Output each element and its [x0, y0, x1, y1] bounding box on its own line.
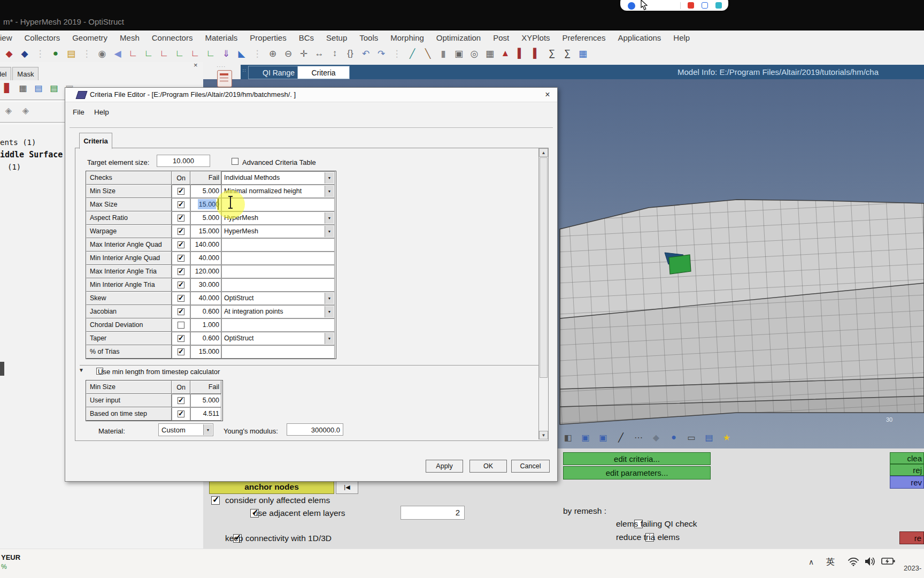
dashed-line-icon[interactable]: ⋯ [632, 431, 645, 444]
solver-export-icon[interactable]: ◆ [18, 47, 32, 60]
check-name-cell[interactable]: Min Interior Angle Quad [86, 252, 172, 265]
pause-icon[interactable] [702, 2, 708, 9]
back-view-icon[interactable]: ◀ [111, 47, 125, 60]
menu-item[interactable]: Tools [359, 33, 378, 42]
checkbox[interactable] [178, 295, 184, 302]
solid-geometry-icon[interactable]: ▲ [498, 47, 512, 60]
ime-language-indicator[interactable]: 英 [826, 557, 835, 568]
book-icon[interactable]: ▌ [514, 47, 528, 60]
anchor-nodes-button[interactable]: anchor nodes [209, 480, 334, 494]
dropdown-arrow-icon[interactable]: ▼ [325, 186, 334, 197]
monitor-icon[interactable]: ▤ [703, 431, 715, 444]
dialog-scrollbar[interactable]: ▲ ▼ [538, 148, 548, 439]
edit-criteria-button[interactable]: edit criteria... [563, 452, 711, 465]
menu-item[interactable]: Optimization [436, 33, 481, 42]
normal-view-icon[interactable]: ⇓ [219, 47, 233, 60]
check-method-dropdown[interactable] [221, 252, 335, 265]
check-on-cell[interactable] [172, 305, 190, 318]
check-name-cell[interactable]: Max Interior Angle Quad [86, 238, 172, 252]
check-fail-input[interactable]: 140.000 [190, 238, 221, 252]
menu-item[interactable]: Morphing [390, 33, 424, 42]
dialog-close-button[interactable]: × [543, 90, 552, 100]
check-on-cell[interactable] [172, 238, 190, 252]
pan-icon[interactable]: ↔ [312, 47, 326, 60]
tree-item-components[interactable]: ents (1) [0, 138, 36, 147]
pencil-icon[interactable]: ╲ [421, 47, 435, 60]
youngs-modulus-input[interactable]: 300000.0 [287, 423, 343, 436]
check-method-dropdown[interactable]: OptiStruct ▼ [221, 292, 335, 305]
check-fail-input[interactable]: 5.000 [190, 211, 221, 225]
checkbox[interactable] [178, 241, 184, 248]
assembly-box-icon[interactable]: ▦ [483, 47, 497, 60]
zoom-in-icon[interactable]: ⊕ [266, 47, 280, 60]
check-method-dropdown[interactable]: At integration points ▼ [221, 305, 335, 318]
grip-dots-icon[interactable]: ∷ [243, 68, 247, 73]
checkbox[interactable] [178, 397, 184, 404]
tab-criteria[interactable]: Criteria [297, 66, 350, 79]
check-method-dropdown[interactable] [221, 345, 335, 359]
separator[interactable]: ⋮ [250, 47, 264, 60]
separator[interactable]: ⋮ [33, 47, 47, 60]
menu-item[interactable]: Setup [326, 33, 347, 42]
check-method-dropdown[interactable] [221, 238, 335, 252]
dialog-menu-help[interactable]: Help [94, 108, 109, 116]
edit-parameters-button[interactable]: edit parameters... [563, 466, 711, 480]
axis-view-xz-icon[interactable]: ∟ [173, 47, 187, 60]
cancel-button[interactable]: Cancel [511, 460, 550, 473]
checkbox[interactable] [178, 410, 184, 417]
fit-view-icon[interactable]: ✛ [297, 47, 311, 60]
apply-button[interactable]: Apply [426, 460, 463, 473]
sum-icon[interactable]: ∑ [545, 47, 559, 60]
rotate-view-icon[interactable]: ↕ [328, 47, 342, 60]
solver-import-icon[interactable]: ◆ [2, 47, 16, 60]
axis-view-yz-icon[interactable]: ∟ [204, 47, 218, 60]
check-method-dropdown[interactable]: HyperMesh ▼ [221, 225, 335, 238]
review-button[interactable]: rev [890, 476, 924, 489]
entity-gem-icon[interactable]: ◈ [2, 104, 15, 117]
check-fail-input[interactable]: 5.000 [190, 185, 221, 198]
axis-view-zy-icon[interactable]: ∟ [188, 47, 202, 60]
menu-item[interactable]: Post [493, 33, 509, 42]
clock-date[interactable]: 2023- [904, 564, 921, 572]
tree-item-middle-surface[interactable]: iddle Surface [0, 150, 63, 159]
check-name-cell[interactable]: Warpage [86, 225, 172, 238]
row-label-cell[interactable]: Based on time step [86, 407, 172, 421]
header-method-dropdown[interactable]: Individual Methods ▼ [221, 171, 335, 185]
check-name-cell[interactable]: Chordal Deviation [86, 318, 172, 332]
check-fail-input[interactable]: 1.000 [190, 318, 221, 332]
undo-view-icon[interactable]: ↶ [359, 47, 373, 60]
notes-float-icon[interactable] [217, 70, 232, 87]
consider-affected-checkbox[interactable] [211, 496, 220, 505]
check-name-cell[interactable]: Aspect Ratio [86, 211, 172, 225]
reject-button[interactable]: rej [890, 464, 924, 476]
checkbox[interactable] [178, 282, 184, 288]
check-on-cell[interactable] [172, 345, 190, 359]
dropdown-arrow-icon[interactable]: ▼ [325, 212, 334, 224]
check-fail-input[interactable]: 0.600 [190, 332, 221, 345]
check-name-cell[interactable]: Jacobian [86, 305, 172, 318]
dialog-menu-file[interactable]: File [73, 108, 84, 116]
scroll-up-icon[interactable]: ▲ [539, 148, 548, 157]
sphere-box-icon[interactable]: ◎ [467, 47, 481, 60]
check-on-cell[interactable] [172, 185, 190, 198]
reverse-button[interactable]: |◀ [336, 480, 358, 494]
dialog-tab-criteria[interactable]: Criteria [79, 133, 112, 149]
adjacent-layers-input[interactable]: 2 [401, 506, 465, 520]
check-name-cell[interactable]: Min Interior Angle Tria [86, 278, 172, 292]
check-name-cell[interactable]: Skew [86, 292, 172, 305]
checkbox[interactable] [178, 188, 184, 195]
panel-close-icon[interactable]: × [194, 61, 198, 69]
checkbox[interactable] [178, 201, 184, 208]
menu-item[interactable]: Geometry [72, 33, 107, 42]
volume-icon[interactable] [865, 556, 876, 567]
screen-capture-icon[interactable]: ◉ [95, 47, 109, 60]
dropdown-arrow-icon[interactable]: ▼ [325, 306, 334, 317]
float-toolbar-grip-dots[interactable]: ···· [217, 64, 226, 70]
axis-view-zx-icon[interactable]: ∟ [157, 47, 171, 60]
check-name-cell[interactable]: Taper [86, 332, 172, 345]
row-fail-input[interactable]: 4.511 [190, 407, 221, 421]
menu-item[interactable]: iew [0, 33, 12, 42]
record-stop-icon[interactable] [688, 2, 694, 9]
material-dropdown[interactable]: Custom ▼ [158, 423, 213, 436]
sphere-tool-icon[interactable]: ● [667, 431, 680, 444]
